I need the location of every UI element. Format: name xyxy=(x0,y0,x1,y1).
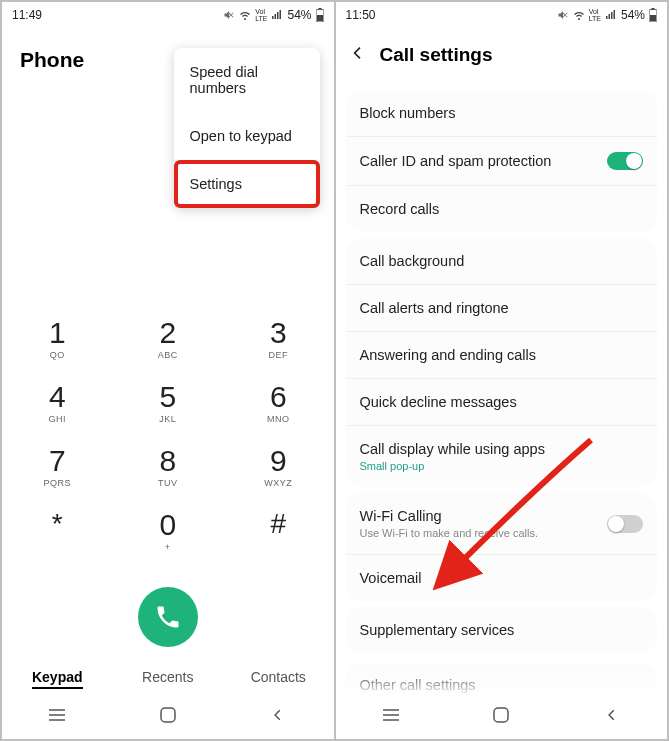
setting-quick-decline-messages[interactable]: Quick decline messages xyxy=(346,379,658,426)
battery-icon xyxy=(649,8,657,22)
setting-label: Call background xyxy=(360,253,465,269)
dial-keypad: 1QO2ABC3DEF4GHI5JKL6MNO7PQRS8TUV9WXYZ*0+… xyxy=(2,310,334,566)
key-7[interactable]: 7PQRS xyxy=(2,438,113,502)
battery-pct: 54% xyxy=(621,8,645,22)
setting-label: Quick decline messages xyxy=(360,394,517,410)
setting-sublabel: Small pop-up xyxy=(360,460,545,472)
menu-settings[interactable]: Settings xyxy=(174,160,320,208)
signal-icon xyxy=(605,9,617,21)
wifi-icon xyxy=(239,9,251,21)
settings-sections: Block numbersCaller ID and spam protecti… xyxy=(336,90,668,653)
setting-call-display-while-using-apps[interactable]: Call display while using appsSmall pop-u… xyxy=(346,426,658,487)
phone-app-pane: 11:49 VoILTE 54% Phone Speed dial number… xyxy=(2,2,334,739)
battery-pct: 54% xyxy=(287,8,311,22)
setting-caller-id-and-spam-protection[interactable]: Caller ID and spam protection xyxy=(346,137,658,186)
svg-rect-13 xyxy=(494,708,508,722)
bottom-tabs: Keypad Recents Contacts xyxy=(2,661,334,693)
setting-block-numbers[interactable]: Block numbers xyxy=(346,90,658,137)
svg-rect-9 xyxy=(651,8,654,10)
menu-open-keypad[interactable]: Open to keypad xyxy=(174,112,320,160)
key-2[interactable]: 2ABC xyxy=(113,310,224,374)
key-1[interactable]: 1QO xyxy=(2,310,113,374)
toggle-caller-id-and-spam-protection[interactable] xyxy=(607,152,643,170)
setting-label: Caller ID and spam protection xyxy=(360,153,552,169)
setting-label: Call display while using apps xyxy=(360,441,545,457)
dial-button[interactable] xyxy=(138,587,198,647)
wifi-icon xyxy=(573,9,585,21)
key-8[interactable]: 8TUV xyxy=(113,438,224,502)
nav-recents[interactable] xyxy=(37,708,77,726)
setting-supplementary-services[interactable]: Supplementary services xyxy=(346,607,658,653)
svg-rect-6 xyxy=(161,708,175,722)
svg-rect-2 xyxy=(318,8,321,10)
status-time: 11:49 xyxy=(12,8,42,22)
tab-contacts[interactable]: Contacts xyxy=(223,661,334,693)
svg-rect-1 xyxy=(316,15,322,21)
chevron-left-icon xyxy=(350,45,366,61)
key-4[interactable]: 4GHI xyxy=(2,374,113,438)
android-navbar xyxy=(336,695,668,739)
call-settings-pane: 11:50 VoILTE 54% Call settings Block num… xyxy=(334,2,668,739)
settings-section: Supplementary services xyxy=(346,607,658,653)
status-right: VoILTE 54% xyxy=(557,8,657,22)
setting-label: Call alerts and ringtone xyxy=(360,300,509,316)
settings-section: Block numbersCaller ID and spam protecti… xyxy=(346,90,658,232)
volte-icon: VoILTE xyxy=(255,8,267,22)
setting-call-alerts-and-ringtone[interactable]: Call alerts and ringtone xyxy=(346,285,658,332)
key-#[interactable]: # xyxy=(223,502,334,566)
android-navbar xyxy=(2,695,334,739)
battery-icon xyxy=(316,8,324,22)
setting-label: Supplementary services xyxy=(360,622,515,638)
nav-home[interactable] xyxy=(148,706,188,728)
status-time: 11:50 xyxy=(346,8,376,22)
key-5[interactable]: 5JKL xyxy=(113,374,224,438)
nav-home[interactable] xyxy=(481,706,521,728)
mute-icon xyxy=(557,9,569,21)
status-bar: 11:50 VoILTE 54% xyxy=(336,2,668,28)
key-6[interactable]: 6MNO xyxy=(223,374,334,438)
setting-sublabel: Use Wi-Fi to make and receive calls. xyxy=(360,527,539,539)
setting-label: Answering and ending calls xyxy=(360,347,537,363)
key-9[interactable]: 9WXYZ xyxy=(223,438,334,502)
nav-recents[interactable] xyxy=(371,708,411,726)
setting-wi-fi-calling[interactable]: Wi-Fi CallingUse Wi-Fi to make and recei… xyxy=(346,493,658,555)
phone-icon xyxy=(154,603,182,631)
overflow-menu: Speed dial numbers Open to keypad Settin… xyxy=(174,48,320,208)
nav-back[interactable] xyxy=(592,708,632,726)
volte-icon: VoILTE xyxy=(589,8,601,22)
mute-icon xyxy=(223,9,235,21)
setting-answering-and-ending-calls[interactable]: Answering and ending calls xyxy=(346,332,658,379)
page-title: Call settings xyxy=(380,44,493,66)
tab-recents[interactable]: Recents xyxy=(113,661,224,693)
key-0[interactable]: 0+ xyxy=(113,502,224,566)
key-3[interactable]: 3DEF xyxy=(223,310,334,374)
status-bar: 11:49 VoILTE 54% xyxy=(2,2,334,28)
svg-rect-8 xyxy=(650,15,656,21)
toggle-wi-fi-calling[interactable] xyxy=(607,515,643,533)
setting-label: Record calls xyxy=(360,201,440,217)
settings-section: Wi-Fi CallingUse Wi-Fi to make and recei… xyxy=(346,493,658,601)
menu-speed-dial[interactable]: Speed dial numbers xyxy=(174,48,320,112)
setting-label: Block numbers xyxy=(360,105,456,121)
tab-keypad[interactable]: Keypad xyxy=(2,661,113,693)
settings-header: Call settings xyxy=(336,28,668,84)
status-right: VoILTE 54% xyxy=(223,8,323,22)
setting-call-background[interactable]: Call background xyxy=(346,238,658,285)
setting-label: Voicemail xyxy=(360,570,422,586)
key-*[interactable]: * xyxy=(2,502,113,566)
nav-back[interactable] xyxy=(258,708,298,726)
setting-label: Wi-Fi Calling xyxy=(360,508,539,524)
back-button[interactable] xyxy=(350,45,366,65)
settings-section: Call backgroundCall alerts and ringtoneA… xyxy=(346,238,658,487)
signal-icon xyxy=(271,9,283,21)
setting-record-calls[interactable]: Record calls xyxy=(346,186,658,232)
setting-voicemail[interactable]: Voicemail xyxy=(346,555,658,601)
